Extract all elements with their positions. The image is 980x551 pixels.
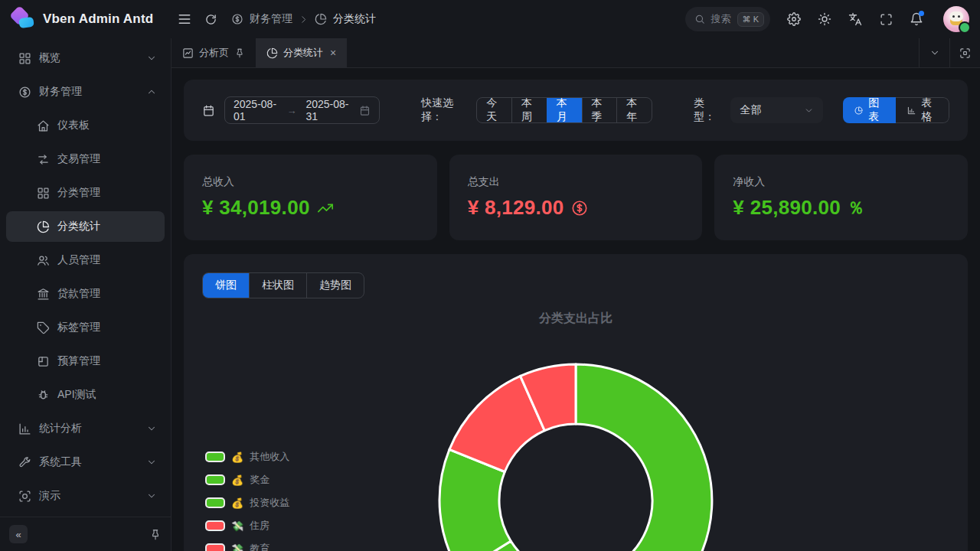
sidebar-item-category-stats[interactable]: 分类统计 <box>6 211 165 242</box>
legend-item[interactable]: 💰 奖金 <box>205 473 289 487</box>
header: Vben Admin Antd 财务管理 分类统计 搜索 ⌘ K <box>0 0 980 38</box>
close-tab-icon[interactable]: × <box>330 47 336 59</box>
sidebar-item-members[interactable]: 人员管理 <box>6 245 165 276</box>
sidebar-item-system-tools[interactable]: 系统工具 <box>6 447 165 478</box>
legend-label: 教育 <box>250 542 270 551</box>
calendar-icon <box>359 105 371 116</box>
legend-item[interactable]: 💰 其他收入 <box>205 450 289 464</box>
breadcrumb: 财务管理 分类统计 <box>231 12 376 26</box>
refresh-button[interactable] <box>198 6 224 32</box>
sidebar-item-tags[interactable]: 标签管理 <box>6 312 165 343</box>
pie-chart-icon <box>37 220 50 233</box>
quick-this-month-button[interactable]: 本月 <box>547 98 582 122</box>
chevron-up-icon <box>146 86 157 97</box>
chevron-down-icon <box>146 491 157 501</box>
translate-icon <box>848 12 862 26</box>
tab-bar-chart[interactable]: 柱状图 <box>249 273 306 298</box>
money-bag-emoji: 💰 <box>231 497 243 509</box>
maximize-icon <box>959 47 971 59</box>
search-shortcut-badge: ⌘ K <box>737 12 764 27</box>
sidebar-item-analytics[interactable]: 统计分析 <box>6 413 165 444</box>
legend-swatch <box>205 520 225 531</box>
quick-select-group: 今天 本周 本月 本季 本年 <box>476 97 652 123</box>
user-avatar[interactable] <box>943 6 969 32</box>
trending-up-icon <box>317 200 334 217</box>
legend-swatch <box>205 543 225 551</box>
sidebar-collapse-button[interactable]: « <box>9 525 28 543</box>
app-title: Vben Admin Antd <box>43 11 153 27</box>
line-chart-icon <box>182 47 194 59</box>
budget-panel-icon <box>37 355 50 368</box>
sidebar-item-categories[interactable]: 分类管理 <box>6 178 165 208</box>
legend-item[interactable]: 💸 住房 <box>205 519 289 533</box>
stat-card-total-income: 总收入 ¥ 34,019.00 <box>184 155 437 240</box>
tab-trend-chart[interactable]: 趋势图 <box>306 273 364 298</box>
filter-bar: 2025-08-01 → 2025-08-31 快速选择： 今天 本周 本月 本… <box>184 80 968 141</box>
fullscreen-button[interactable] <box>873 6 899 32</box>
donut-slice-other-income[interactable] <box>576 364 712 551</box>
tab-list-dropdown-button[interactable] <box>919 38 949 67</box>
sidebar-item-budget[interactable]: 预算管理 <box>6 346 165 377</box>
sidebar-item-loans[interactable]: 贷款管理 <box>6 279 165 309</box>
refresh-icon <box>204 13 217 26</box>
view-chart-button[interactable]: 图表 <box>843 97 896 123</box>
grid-icon <box>37 187 50 200</box>
calendar-icon <box>202 104 215 117</box>
tab-pie-chart[interactable]: 饼图 <box>203 273 249 298</box>
quick-this-week-button[interactable]: 本周 <box>511 98 547 122</box>
home-icon <box>37 119 50 132</box>
type-select[interactable]: 全部 <box>730 97 823 123</box>
pie-chart-icon <box>854 105 863 116</box>
sidebar-item-transactions[interactable]: 交易管理 <box>6 144 165 174</box>
theme-toggle-button[interactable] <box>812 6 838 32</box>
sidebar-item-overview[interactable]: 概览 <box>6 43 165 73</box>
stat-value: ¥ 34,019.00 <box>202 196 310 220</box>
chart-card: 饼图 柱状图 趋势图 分类支出占比 💰 其他收入 💰 奖金 💰 <box>184 254 968 551</box>
legend-label: 住房 <box>250 519 270 533</box>
view-table-button[interactable]: 表格 <box>896 97 949 123</box>
language-button[interactable] <box>842 6 868 32</box>
percent-icon: ％ <box>848 197 864 220</box>
maximize-content-button[interactable] <box>949 38 980 67</box>
dollar-circle-icon <box>231 13 243 25</box>
sidebar-pin-button[interactable] <box>149 528 162 540</box>
tab-category-stats[interactable]: 分类统计 × <box>256 38 347 67</box>
date-range-arrow: → <box>286 105 296 116</box>
quick-today-button[interactable]: 今天 <box>477 98 511 122</box>
legend-label: 奖金 <box>250 473 270 487</box>
legend-item[interactable]: 💸 教育 <box>205 542 289 551</box>
stat-value: ¥ 25,890.00 <box>733 196 841 220</box>
stat-label: 总支出 <box>468 175 684 189</box>
quick-this-year-button[interactable]: 本年 <box>616 98 652 122</box>
pie-chart-icon <box>315 13 327 25</box>
gear-icon <box>787 12 801 26</box>
pin-icon[interactable] <box>234 47 245 58</box>
date-range-input[interactable]: 2025-08-01 → 2025-08-31 <box>224 96 380 124</box>
chart-type-tabs: 饼图 柱状图 趋势图 <box>202 272 364 298</box>
quick-select-label: 快速选择： <box>421 96 467 124</box>
breadcrumb-parent[interactable]: 财务管理 <box>250 12 292 26</box>
sidebar-toggle-button[interactable] <box>172 6 198 32</box>
sidebar-item-api-test[interactable]: API测试 <box>6 380 165 410</box>
sidebar-item-dashboard[interactable]: 仪表板 <box>6 110 165 141</box>
hamburger-icon <box>178 12 191 26</box>
stat-value: ¥ 8,129.00 <box>468 196 564 220</box>
chevron-down-icon <box>146 53 157 64</box>
tag-icon <box>37 321 50 334</box>
sun-icon <box>818 12 831 26</box>
app-root: Vben Admin Antd 财务管理 分类统计 搜索 ⌘ K <box>0 0 980 551</box>
legend-label: 投资收益 <box>250 496 289 510</box>
search-input[interactable]: 搜索 ⌘ K <box>685 7 770 31</box>
tab-analysis[interactable]: 分析页 <box>172 38 256 67</box>
legend-swatch <box>205 497 225 508</box>
money-bag-emoji: 💰 <box>231 474 243 486</box>
chevron-down-icon <box>146 423 157 434</box>
sidebar-item-finance[interactable]: 财务管理 <box>6 77 165 107</box>
legend-item[interactable]: 💰 投资收益 <box>205 496 289 510</box>
settings-button[interactable] <box>781 6 807 32</box>
quick-this-quarter-button[interactable]: 本季 <box>582 98 617 122</box>
notifications-button[interactable] <box>903 6 929 32</box>
sidebar-item-demo[interactable]: 演示 <box>6 481 165 511</box>
stat-card-net-income: 净收入 ¥ 25,890.00 ％ <box>714 155 968 240</box>
bug-icon <box>37 389 50 402</box>
